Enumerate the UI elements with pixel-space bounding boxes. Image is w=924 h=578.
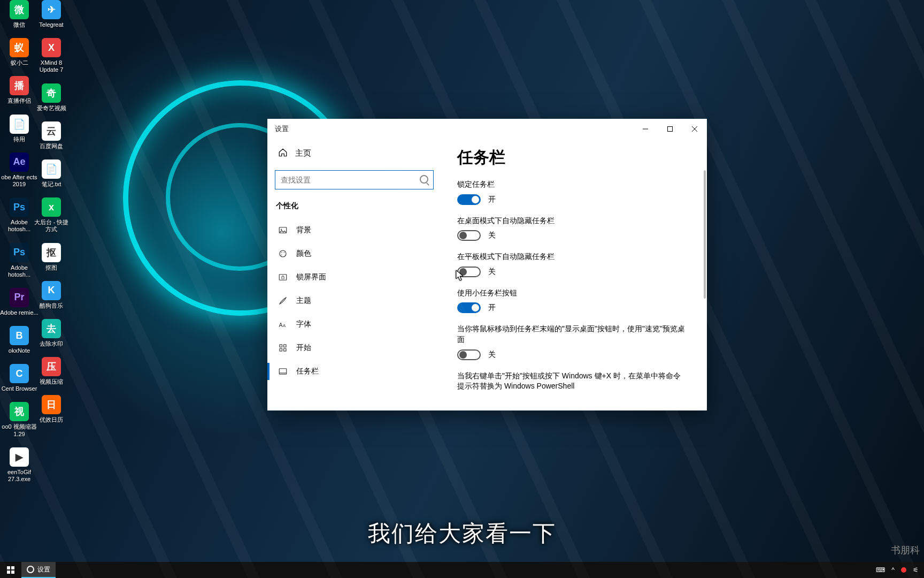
system-tray[interactable]: ⌨ ^ ⚟ [871,566,924,574]
sidebar-item-label: 开始 [296,343,311,353]
desktop-icon[interactable]: XXMind 8 Update 7 [32,38,71,73]
sidebar-item-palette[interactable]: 颜色 [275,242,434,265]
setting-row: 锁定任务栏 开 [457,179,686,205]
icon-label: Telegreat [39,21,63,28]
recording-icon [901,567,906,573]
video-subtitle: 我们给大家看一下 [368,519,556,549]
icon-label: 大后台 - 快捷方式 [32,219,71,233]
sidebar-item-taskbar[interactable]: 任务栏 [275,360,434,383]
svg-rect-1 [668,127,673,132]
sidebar-item-grid[interactable]: 开始 [275,336,434,360]
setting-label: 当你将鼠标移动到任务栏末端的"显示桌面"按钮时，使用"速览"预览桌面 [457,324,686,345]
window-titlebar: 设置 [267,119,707,139]
setting-row: 在桌面模式下自动隐藏任务栏 关 [457,216,686,241]
sidebar-item-font[interactable]: AA字体 [275,313,434,336]
icon-label: 蚁小二 [11,59,28,66]
font-icon: AA [278,320,288,329]
sidebar-item-label: 字体 [296,320,311,329]
home-nav[interactable]: 主页 [275,142,434,164]
taskbar[interactable]: 设置 ⌨ ^ ⚟ [0,562,924,578]
settings-sidebar: 主页 个性化 背景颜色锁屏界面主题AA字体开始任务栏 [267,139,441,410]
sidebar-item-brush[interactable]: 主题 [275,289,434,313]
icon-label: oo0 视频缩器 1.29 [0,423,38,437]
toggle-switch[interactable] [457,302,481,313]
home-label: 主页 [295,148,311,158]
icon-label: 笔记.txt [42,181,61,188]
app-icon: 📄 [10,115,29,134]
app-icon: ▶ [10,447,29,467]
svg-rect-15 [284,345,287,347]
windows-logo-icon [7,566,14,574]
app-icon: Ae [10,153,29,172]
setting-label: 使用小任务栏按钮 [457,288,686,299]
sidebar-item-label: 颜色 [296,249,311,258]
svg-point-8 [284,252,285,253]
icon-label: okxNote [9,347,30,354]
scrollbar-thumb[interactable] [704,170,706,299]
desktop-icon[interactable]: 云百度网盘 [32,121,71,150]
icon-label: 酷狗音乐 [40,302,63,309]
taskbar-item-settings[interactable]: 设置 [21,562,56,578]
desktop-icon[interactable]: 去去除水印 [32,319,71,347]
svg-point-9 [281,255,282,256]
start-button[interactable] [0,562,21,578]
svg-rect-11 [282,277,284,279]
icon-label: 直播伴侣 [7,97,31,104]
minimize-button[interactable] [633,119,658,139]
chevron-up-icon[interactable]: ^ [891,566,895,574]
svg-rect-17 [284,349,287,352]
icon-label: 微信 [13,21,25,28]
setting-row: 使用小任务栏按钮 开 [457,288,686,314]
desktop-icon[interactable]: x大后台 - 快捷方式 [32,197,71,233]
toggle-state: 开 [488,195,496,204]
icon-label: 优效日历 [40,416,63,423]
settings-window: 设置 主页 [267,119,707,410]
sidebar-item-lock[interactable]: 锁屏界面 [275,265,434,289]
close-button[interactable] [682,119,707,139]
search-box[interactable] [275,170,434,189]
desktop-icon[interactable]: ✈Telegreat [32,0,71,28]
desktop-icon[interactable]: 抠抠图 [32,243,71,271]
app-icon: 📄 [42,159,61,179]
toggle-state: 关 [488,350,496,360]
app-icon: B [10,326,29,345]
window-title: 设置 [275,124,289,134]
wifi-icon[interactable]: ⚟ [913,566,919,574]
desktop-icon[interactable]: K酷狗音乐 [32,281,71,309]
app-icon: 微 [10,0,29,19]
toggle-switch[interactable] [457,267,481,277]
app-icon: Pr [10,288,29,307]
desktop: 微微信蚁蚁小二播直播伴侣📄待用Aeobe After ects 2019PsAd… [0,0,924,578]
search-input[interactable] [275,170,434,189]
watermark: 书朋科 [891,544,920,557]
picture-icon [278,225,288,235]
gear-icon [27,566,34,573]
taskbar-icon [278,367,288,376]
ime-icon[interactable]: ⌨ [876,566,885,574]
toggle-switch[interactable] [457,194,481,205]
app-icon: 奇 [42,83,61,103]
icon-label: 百度网盘 [40,143,63,150]
svg-point-5 [281,229,282,230]
svg-point-7 [281,252,282,253]
svg-rect-10 [279,275,287,280]
desktop-icon[interactable]: 奇爱奇艺视频 [32,83,71,112]
icon-label: XMind 8 Update 7 [32,59,71,73]
sidebar-item-label: 主题 [296,296,311,306]
app-icon: x [42,197,61,217]
app-icon: 抠 [42,243,61,262]
desktop-icon[interactable]: ▶eenToGif 27.3.exe [0,447,38,483]
maximize-button[interactable] [658,119,682,139]
brush-icon [278,296,288,306]
desktop-icon[interactable]: 📄笔记.txt [32,159,71,188]
lock-icon [278,272,288,282]
toggle-switch[interactable] [457,230,481,241]
desktop-icon[interactable]: 压视频压缩 [32,357,71,385]
home-icon [278,148,288,159]
app-icon: 日 [42,395,61,414]
toggle-switch[interactable] [457,349,481,360]
app-icon: Ps [10,243,29,262]
svg-rect-14 [280,345,282,347]
desktop-icon[interactable]: 日优效日历 [32,395,71,423]
sidebar-item-picture[interactable]: 背景 [275,218,434,242]
